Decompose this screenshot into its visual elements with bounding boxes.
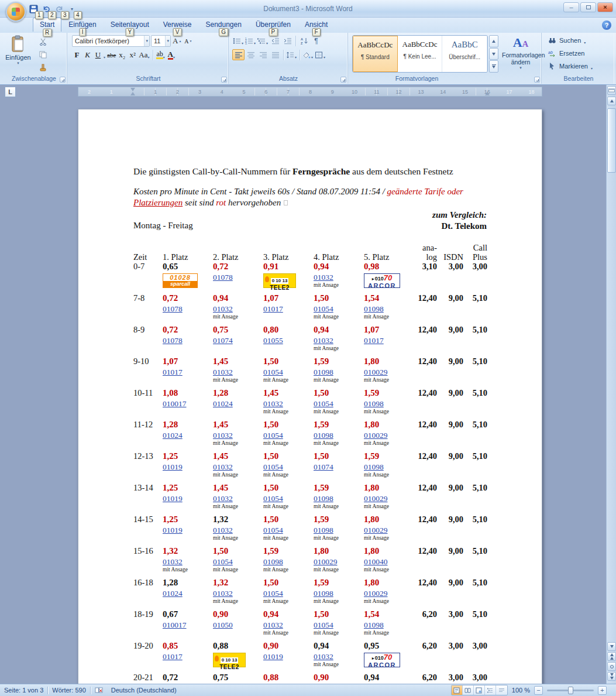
phone-number-link[interactable]: 01032 [314,273,333,282]
paste-button[interactable]: Einfügen ▾ [5,35,32,74]
font-color-button[interactable]: A▾ [167,49,177,60]
tab-start[interactable]: StartR [33,18,61,32]
clipboard-dialog-launcher[interactable] [60,77,66,83]
align-right-button[interactable] [257,49,269,60]
zoom-slider[interactable] [547,690,594,691]
outline-view-button[interactable] [485,685,496,695]
shrink-font-button[interactable]: A▼ [183,36,193,47]
phone-number-link[interactable]: 01024 [213,399,233,409]
phone-number-link[interactable]: 01032 [213,494,233,503]
phone-number-link[interactable]: 01024 [163,431,183,440]
phone-number-link[interactable]: 01032 [213,589,233,598]
select-browse-object-button[interactable] [607,662,616,671]
previous-page-button[interactable] [607,652,616,661]
strikethrough-button[interactable]: abe [106,49,116,60]
phone-number-link[interactable]: 01098 [314,526,333,535]
style-item[interactable]: AaBbCÜberschrif... [442,36,487,72]
sparcall-logo[interactable]: 01028sparcall [163,273,198,288]
styles-scroll-up-button[interactable] [489,35,498,47]
tab-sendungen[interactable]: SendungenG [198,18,248,31]
phone-number-link[interactable]: 010029 [364,526,388,535]
arcor-logo[interactable]: ▸01070ARCOR [364,273,400,288]
phone-number-link[interactable]: 010029 [364,368,388,377]
phone-number-link[interactable]: 01024 [163,589,183,598]
phone-number-link[interactable]: 01054 [314,399,333,409]
phone-number-link[interactable]: 010017 [163,620,187,630]
phone-number-link[interactable]: 01032 [213,431,233,440]
phone-number-link[interactable]: 010040 [364,557,388,567]
change-styles-button[interactable]: AA Formatvorlagen ändern ▾ [502,36,539,74]
align-center-button[interactable] [245,49,257,60]
style-item[interactable]: AaBbCcDc¶ Standard [353,36,398,72]
phone-number-link[interactable]: 01054 [314,620,333,630]
ruler[interactable]: 21123456789101112131415161718 [78,87,542,97]
phone-number-link[interactable]: 01032 [213,462,233,472]
underline-dropdown-arrow[interactable]: ▾ [104,55,105,59]
close-button[interactable]: × [597,2,613,12]
print-layout-view-button[interactable] [452,685,463,695]
first-line-indent-marker[interactable] [130,88,135,91]
ruler-toggle-button[interactable] [607,86,616,95]
phone-number-link[interactable]: 01032 [263,620,283,630]
phone-number-link[interactable]: 01019 [163,526,183,535]
styles-more-button[interactable] [489,60,498,73]
tab-seitenlayout[interactable]: SeitenlayoutY [104,18,156,31]
phone-number-link[interactable]: 01078 [213,273,233,282]
phone-number-link[interactable]: 01017 [263,304,283,314]
phone-number-link[interactable]: 01017 [163,652,183,661]
tab-stop-selector[interactable]: L [5,87,16,97]
phone-number-link[interactable]: 01098 [314,589,333,598]
highlight-button[interactable]: ab▾ [156,49,166,60]
phone-number-link[interactable]: 01032 [213,304,233,314]
font-size-combobox[interactable]: 11▾ [151,35,171,47]
styles-scroll-down-button[interactable] [489,48,498,60]
minimize-button[interactable]: – [563,2,579,12]
zoom-level[interactable]: 100 % [512,687,530,694]
phone-number-link[interactable]: 01019 [263,652,283,661]
fullscreen-reading-view-button[interactable] [463,685,474,695]
phone-number-link[interactable]: 01098 [364,620,384,630]
arcor-logo[interactable]: ▸01070ARCOR [364,653,400,667]
tele2-logo[interactable]: 0 10 13TELE2 [263,273,296,288]
zoom-slider-thumb[interactable] [568,687,573,694]
show-paragraph-marks-button[interactable]: ¶ [310,35,322,46]
hanging-indent-marker[interactable] [130,92,135,95]
paragraph-dialog-launcher[interactable] [340,77,346,83]
multilevel-list-button[interactable]: ▾ [257,35,269,46]
grow-font-button[interactable]: A▲ [172,36,182,47]
phone-number-link[interactable]: 010017 [163,399,187,409]
find-button[interactable]: Suchen▾ [546,35,595,46]
phone-number-link[interactable]: 01032 [213,526,233,535]
decrease-indent-button[interactable] [269,35,281,46]
scroll-down-button[interactable] [607,642,616,651]
phone-number-link[interactable]: 010029 [364,494,388,503]
bold-button[interactable]: F [72,49,82,60]
phone-number-link[interactable]: 01098 [263,557,283,567]
subscript-button[interactable]: x₂ [117,49,127,60]
restore-button[interactable] [580,2,596,12]
next-page-button[interactable] [607,672,616,681]
styles-dialog-launcher[interactable] [534,77,540,83]
office-button[interactable] [6,2,26,22]
web-layout-view-button[interactable] [474,685,485,695]
phone-number-link[interactable]: 01032 [314,652,333,661]
phone-number-link[interactable]: 01019 [163,462,183,472]
phone-number-link[interactable]: 01032 [314,336,333,345]
phone-number-link[interactable]: 01098 [364,304,384,314]
justify-button[interactable] [269,49,281,60]
scrollbar-thumb[interactable] [607,108,616,173]
line-spacing-button[interactable]: ▾ [285,49,298,60]
phone-number-link[interactable]: 01054 [263,526,283,535]
tab-berprfen[interactable]: ÜberprüfenP [249,18,298,31]
increase-indent-button[interactable] [281,35,294,46]
font-name-dropdown-arrow[interactable]: ▾ [144,36,149,46]
copy-button[interactable] [36,49,49,60]
format-painter-button[interactable] [36,62,49,73]
phone-number-link[interactable]: 01017 [163,368,183,377]
phone-number-link[interactable]: 01074 [314,462,333,472]
phone-number-link[interactable]: 01032 [163,557,183,567]
phone-number-link[interactable]: 01032 [263,399,283,409]
change-case-button[interactable]: Aa▾ [138,49,150,60]
phone-number-link[interactable]: 01098 [364,462,384,472]
phone-number-link[interactable]: 01019 [163,494,183,503]
